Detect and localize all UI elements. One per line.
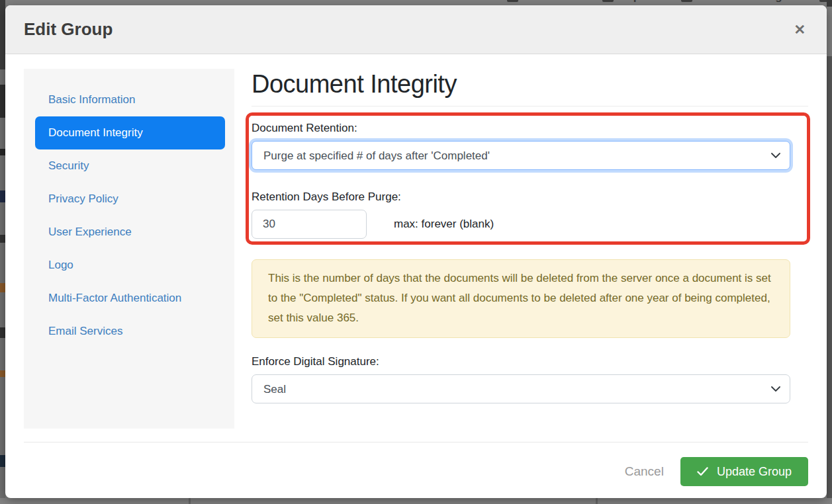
edit-group-modal: Edit Group ✕ Basic Information Document … — [5, 5, 827, 498]
main-content: Document Integrity Document Retention: P… — [234, 69, 808, 429]
sidebar-item-user-experience[interactable]: User Experience — [35, 216, 225, 249]
document-retention-select[interactable]: Purge at specified # of days after 'Comp… — [252, 141, 790, 170]
background-nav-label: Reports — [619, 0, 661, 3]
background-nav-label: Dashboard — [524, 0, 582, 3]
check-icon — [697, 467, 708, 476]
sidebar-item-document-integrity[interactable]: Document Integrity — [35, 116, 225, 149]
retention-info-alert: This is the number of days that the docu… — [252, 259, 790, 338]
cancel-button[interactable]: Cancel — [625, 464, 664, 479]
background-nav-workflow-designer: Workflow Designer — [681, 0, 800, 3]
modal-header: Edit Group ✕ — [5, 5, 827, 54]
modal-footer: Cancel Update Group — [24, 442, 808, 486]
dashboard-icon — [507, 0, 518, 2]
background-nav-label: Workflow Designer — [698, 0, 800, 3]
background-page-fragment-bottom — [0, 498, 832, 504]
sidebar-item-basic-information[interactable]: Basic Information — [35, 83, 225, 116]
retention-days-label: Retention Days Before Purge: — [252, 190, 808, 204]
close-icon[interactable]: ✕ — [791, 20, 808, 39]
sidebar-item-logo[interactable]: Logo — [35, 249, 225, 282]
enforce-digital-signature-label: Enforce Digital Signature: — [252, 355, 808, 369]
heading-divider — [252, 106, 808, 106]
document-retention-section: Document Retention: Purge at specified #… — [252, 121, 808, 239]
sidebar-item-email-services[interactable]: Email Services — [35, 315, 225, 348]
sidebar-item-multi-factor-authentication[interactable]: Multi-Factor Authentication — [35, 282, 225, 315]
background-nav-dashboard: Dashboard — [507, 0, 582, 3]
background-page-fragment-left — [0, 0, 5, 504]
update-group-button-label: Update Group — [717, 465, 792, 479]
sidebar-item-security[interactable]: Security — [35, 149, 225, 183]
reports-icon — [602, 0, 614, 2]
document-retention-label: Document Retention: — [252, 121, 808, 136]
background-page-fragment-right — [827, 0, 832, 504]
update-group-button[interactable]: Update Group — [680, 457, 808, 486]
page-title: Document Integrity — [252, 69, 808, 99]
settings-sidebar: Basic Information Document Integrity Sec… — [24, 69, 234, 429]
background-navbar: Dashboard Reports Workflow Designer — [0, 0, 832, 5]
workflow-designer-icon — [681, 0, 692, 2]
retention-days-hint: max: forever (blank) — [394, 218, 494, 231]
background-nav-reports: Reports — [602, 0, 661, 3]
modal-title: Edit Group — [24, 19, 113, 40]
enforce-digital-signature-select[interactable]: Seal — [252, 374, 790, 403]
retention-days-input[interactable] — [252, 210, 367, 239]
modal-body: Basic Information Document Integrity Sec… — [5, 54, 827, 429]
sidebar-item-privacy-policy[interactable]: Privacy Policy — [35, 183, 225, 216]
